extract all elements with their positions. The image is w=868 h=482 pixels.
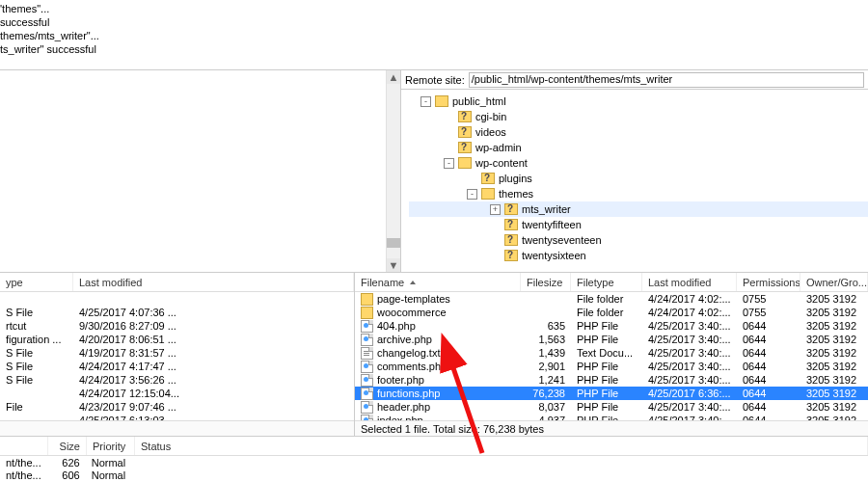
tree-toggle[interactable]: - [467, 189, 477, 200]
list-item[interactable]: header.php8,037PHP File4/25/2017 3:40:..… [355, 400, 868, 414]
file-name: comments.php [377, 361, 447, 372]
file-icon [361, 401, 373, 414]
tree-node[interactable]: -wp-content [409, 155, 868, 171]
list-item[interactable]: S File4/25/2017 4:07:36 ... [0, 306, 354, 319]
list-item[interactable]: 4/25/2017 6:13:03 ... [0, 414, 354, 420]
col-priority[interactable]: Priority [87, 437, 135, 455]
tree-label: twentysixteen [522, 250, 586, 261]
list-item[interactable]: changelog.txt1,439Text Docu...4/25/2017 … [355, 346, 868, 360]
queue-item[interactable]: nt/the...626Normal [0, 456, 868, 469]
tree-label: mts_writer [522, 203, 571, 215]
tree-node[interactable]: -themes [409, 186, 868, 201]
list-item[interactable]: page-templatesFile folder4/24/2017 4:02:… [355, 292, 868, 306]
log-line: 'themes"... [0, 2, 868, 15]
tree-node[interactable]: twentysixteen [409, 248, 868, 263]
col-status[interactable]: Status [135, 437, 868, 455]
remote-header: Filename Filesize Filetype Last modified… [355, 273, 868, 292]
list-item[interactable]: S File4/19/2017 8:31:57 ... [0, 346, 354, 360]
folder-icon [504, 203, 518, 215]
list-item[interactable]: figuration ...4/20/2017 8:06:51 ... [0, 333, 354, 346]
transfer-queue[interactable]: Size Priority Status nt/the...626Normaln… [0, 436, 868, 480]
col-size[interactable]: Size [48, 437, 87, 455]
tree-node[interactable]: videos [409, 124, 868, 140]
remote-status: Selected 1 file. Total size: 76,238 byte… [355, 420, 868, 436]
list-item[interactable]: woocommerceFile folder4/24/2017 4:02:...… [355, 306, 868, 319]
scroll-thumb[interactable] [387, 238, 400, 248]
file-name: archive.php [377, 334, 432, 345]
tree-label: wp-content [475, 157, 528, 169]
scroll-up-icon[interactable]: ▲ [387, 70, 400, 84]
log-line: ts_writer" successful [0, 42, 868, 56]
file-icon [361, 347, 373, 360]
list-item[interactable] [0, 292, 354, 306]
log-line: successful [0, 15, 868, 29]
list-item[interactable]: comments.php2,901PHP File4/25/2017 3:40:… [355, 360, 868, 373]
col-permissions[interactable]: Permissions [737, 273, 800, 291]
remote-label: Remote site: [401, 74, 469, 86]
scroll-down-icon[interactable]: ▼ [387, 258, 400, 272]
tree-label: twentyfifteen [522, 219, 582, 230]
list-item[interactable]: archive.php1,563PHP File4/25/2017 3:40:.… [355, 333, 868, 346]
file-icon [361, 415, 373, 421]
tree-toggle[interactable]: - [444, 158, 454, 169]
col-filesize[interactable]: Filesize [521, 273, 571, 291]
queue-item[interactable]: nt/the...606Normal [0, 469, 868, 481]
col-last-modified[interactable]: Last modified [73, 273, 354, 291]
tree-toggle[interactable]: + [490, 204, 501, 215]
col-last-modified[interactable]: Last modified [642, 273, 737, 291]
remote-path-input[interactable]: /public_html/wp-content/themes/mts_write… [469, 72, 864, 88]
file-icon [361, 388, 373, 400]
folder-icon [481, 173, 495, 184]
list-item[interactable]: File4/23/2017 9:07:46 ... [0, 400, 354, 414]
tree-node[interactable]: +mts_writer [409, 201, 868, 217]
file-icon [361, 374, 373, 387]
file-name: functions.php [377, 388, 440, 399]
tree-label: wp-admin [475, 142, 522, 153]
tree-toggle[interactable]: - [420, 96, 431, 107]
local-tree-panel[interactable]: ▲ ▼ [0, 70, 401, 272]
tree-node[interactable]: twentyfifteen [409, 217, 868, 232]
local-header: ype Last modified [0, 273, 354, 292]
file-icon [361, 293, 373, 306]
file-name: page-templates [377, 293, 450, 305]
folder-icon [458, 142, 472, 153]
log-panel: 'themes"... successful themes/mts_writer… [0, 0, 868, 69]
tree-node[interactable]: -public_html [409, 94, 868, 109]
file-name: footer.php [377, 374, 424, 386]
tree-node[interactable]: wp-admin [409, 140, 868, 155]
file-icon [361, 361, 373, 373]
col-filename[interactable]: Filename [355, 273, 521, 291]
folder-icon [458, 111, 472, 122]
list-item[interactable]: rtcut9/30/2016 8:27:09 ... [0, 319, 354, 333]
local-status [0, 420, 354, 436]
folder-icon [481, 188, 495, 200]
file-icon [361, 307, 373, 319]
file-icon [361, 334, 373, 346]
list-item[interactable]: functions.php76,238PHP File4/25/2017 6:3… [355, 387, 868, 400]
col-filetype[interactable]: Filetype [571, 273, 642, 291]
scrollbar[interactable]: ▲ ▼ [386, 70, 400, 272]
tree-node[interactable]: twentyseventeen [409, 232, 868, 248]
tree-node[interactable]: cgi-bin [409, 109, 868, 124]
list-item[interactable]: S File4/24/2017 3:56:26 ... [0, 373, 354, 387]
tree-label: themes [499, 188, 533, 200]
col-path[interactable] [0, 437, 48, 455]
tree-label: cgi-bin [475, 111, 506, 122]
local-file-list[interactable]: ype Last modified S File4/25/2017 4:07:3… [0, 273, 355, 436]
folder-icon [435, 95, 448, 107]
log-line: themes/mts_writer"... [0, 29, 868, 42]
list-item[interactable]: S File4/24/2017 4:17:47 ... [0, 360, 354, 373]
queue-header: Size Priority Status [0, 437, 868, 456]
list-item[interactable]: footer.php1,241PHP File4/25/2017 3:40:..… [355, 373, 868, 387]
tree-label: twentyseventeen [522, 234, 602, 246]
list-item[interactable]: index.php4,937PHP File4/25/2017 3:40:...… [355, 414, 868, 420]
folder-icon [458, 126, 472, 138]
file-name: 404.php [377, 320, 416, 332]
remote-tree[interactable]: -public_htmlcgi-binvideoswp-admin-wp-con… [401, 90, 868, 272]
col-filetype[interactable]: ype [0, 273, 73, 291]
remote-file-list[interactable]: Filename Filesize Filetype Last modified… [355, 273, 868, 436]
col-owner[interactable]: Owner/Gro... [800, 273, 868, 291]
tree-node[interactable]: plugins [409, 171, 868, 186]
list-item[interactable]: 4/24/2017 12:15:04... [0, 387, 354, 400]
list-item[interactable]: 404.php635PHP File4/25/2017 3:40:...0644… [355, 319, 868, 333]
